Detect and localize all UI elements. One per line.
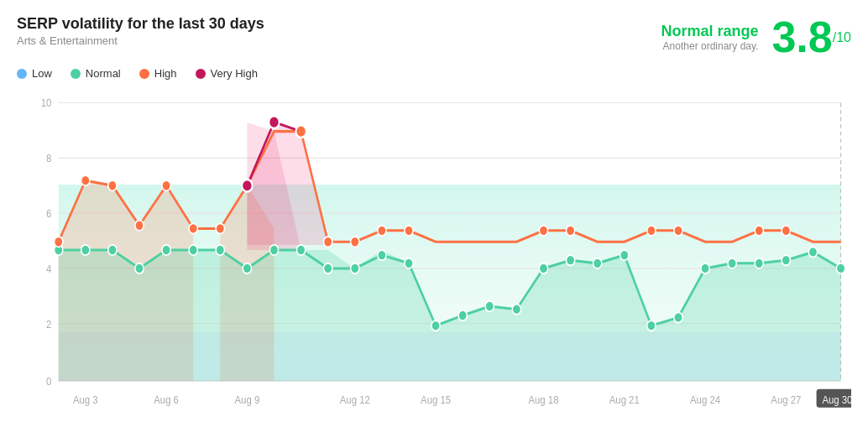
y-label-0: 0 <box>46 375 51 388</box>
dot-green-29 <box>836 263 844 274</box>
legend-item-normal: Normal <box>71 67 121 80</box>
x-label-aug21: Aug 21 <box>609 393 640 406</box>
dot-orange-11 <box>539 226 547 236</box>
dot-green-13 <box>405 258 413 268</box>
x-label-aug12: Aug 12 <box>340 393 370 406</box>
dot-green-22 <box>647 320 656 331</box>
dot-green-28 <box>808 247 817 257</box>
score-display: 3.8/10 <box>771 15 851 59</box>
dot-green-9 <box>296 245 305 255</box>
dot-orange-3 <box>135 221 144 231</box>
legend-label-very-high: Very High <box>211 67 258 80</box>
page-container: SERP volatility for the last 30 days Art… <box>0 0 868 422</box>
legend-label-high: High <box>154 67 177 80</box>
x-label-aug30: Aug 30 <box>822 393 851 406</box>
dot-green-14 <box>431 320 440 331</box>
dot-green-15 <box>458 310 467 320</box>
dot-orange-9 <box>378 226 386 236</box>
dot-orange-1 <box>81 175 90 185</box>
dot-green-21 <box>620 250 629 260</box>
dot-orange-8 <box>351 237 359 247</box>
page-subtitle: Arts & Entertainment <box>17 34 264 47</box>
y-label-10: 10 <box>41 97 52 110</box>
range-label: Normal range Another ordinary day. <box>661 23 758 52</box>
dot-green-2 <box>108 245 117 255</box>
x-label-aug18: Aug 18 <box>528 393 558 406</box>
dot-green-10 <box>324 263 332 274</box>
legend-dot-high <box>139 69 149 79</box>
dot-green-20 <box>593 258 601 268</box>
dot-green-6 <box>216 245 224 255</box>
chart-area: 10 8 6 4 2 0 <box>17 86 851 414</box>
page-title: SERP volatility for the last 30 days <box>17 15 264 33</box>
dot-orange-7 <box>324 237 332 247</box>
legend-dot-very-high <box>196 69 206 79</box>
dot-red-0 <box>242 180 252 192</box>
dot-orange-16 <box>782 226 790 236</box>
dot-orange-15 <box>755 226 763 236</box>
score-value: 3.8 <box>771 13 832 61</box>
x-label-aug6: Aug 6 <box>154 393 179 406</box>
dot-green-11 <box>351 263 359 274</box>
dot-orange-4 <box>162 180 170 190</box>
dot-red-1 <box>269 116 279 128</box>
dot-green-12 <box>378 250 386 260</box>
legend-item-high: High <box>139 67 177 80</box>
dot-orange-0 <box>55 237 63 247</box>
dot-orange-2 <box>108 180 117 190</box>
x-label-aug24: Aug 24 <box>690 393 720 406</box>
range-desc: Another ordinary day. <box>661 40 758 52</box>
dot-green-23 <box>674 312 682 322</box>
y-label-2: 2 <box>46 318 51 331</box>
dot-green-8 <box>269 245 278 255</box>
chart-svg: 10 8 6 4 2 0 <box>17 86 851 414</box>
dot-green-4 <box>162 245 170 255</box>
dot-green-19 <box>566 255 574 265</box>
dot-green-16 <box>485 301 494 311</box>
y-label-8: 8 <box>46 152 51 164</box>
dot-green-17 <box>512 305 520 315</box>
dot-green-3 <box>135 263 144 274</box>
legend: Low Normal High Very High <box>17 67 851 80</box>
dot-orange-12 <box>566 226 574 236</box>
range-title: Normal range <box>661 23 758 40</box>
dot-orange-6 <box>216 223 224 233</box>
y-label-6: 6 <box>46 207 51 220</box>
score-denom: /10 <box>833 30 851 44</box>
dot-green-26 <box>755 258 763 268</box>
y-label-4: 4 <box>46 263 51 275</box>
x-label-aug9: Aug 9 <box>235 393 260 406</box>
dot-orange-10 <box>405 226 413 236</box>
header-right: Normal range Another ordinary day. 3.8/1… <box>661 15 851 59</box>
legend-dot-normal <box>71 69 81 79</box>
x-label-aug27: Aug 27 <box>771 393 801 406</box>
dot-green-24 <box>701 263 709 274</box>
dot-green-27 <box>782 255 790 265</box>
dot-green-18 <box>539 263 547 274</box>
header: SERP volatility for the last 30 days Art… <box>17 15 851 59</box>
dot-red-2 <box>295 125 306 138</box>
dot-orange-14 <box>674 226 682 236</box>
x-label-aug3: Aug 3 <box>73 393 98 406</box>
dot-green-7 <box>243 263 251 274</box>
header-left: SERP volatility for the last 30 days Art… <box>17 15 264 47</box>
legend-label-low: Low <box>32 67 52 80</box>
legend-item-low: Low <box>17 67 52 80</box>
dot-orange-13 <box>647 226 656 236</box>
dot-green-1 <box>81 245 90 255</box>
dot-green-25 <box>728 258 736 268</box>
dot-orange-5 <box>189 223 197 233</box>
dot-green-5 <box>189 245 197 255</box>
legend-item-very-high: Very High <box>196 67 258 80</box>
legend-dot-low <box>17 69 27 79</box>
legend-label-normal: Normal <box>86 67 121 80</box>
x-label-aug15: Aug 15 <box>421 393 451 406</box>
